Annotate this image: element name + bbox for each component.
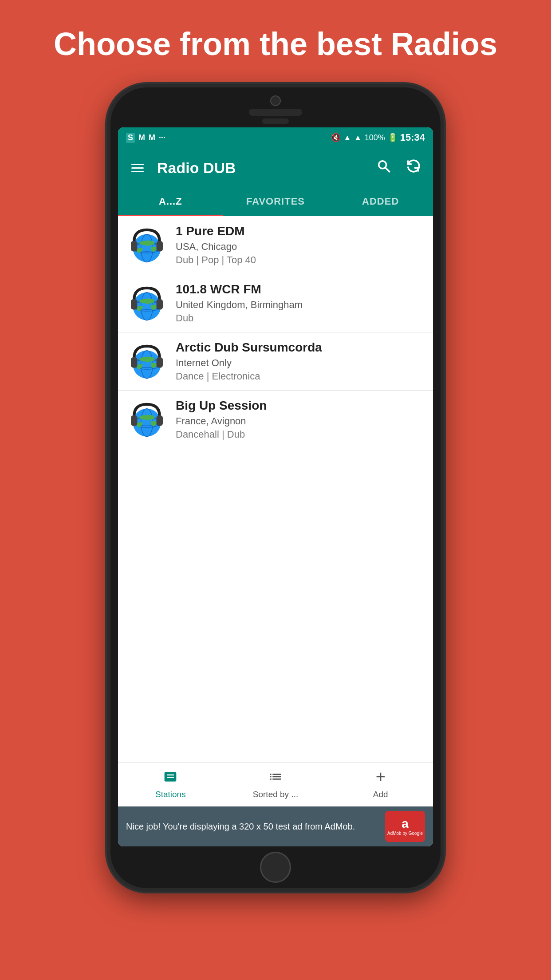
status-bar: S M M ··· 🔇 ▲ ▲ 100% 🔋 15:34 bbox=[118, 127, 433, 148]
station-location: United Kingdom, Birmingham bbox=[176, 299, 424, 311]
station-genre: Dancehall | Dub bbox=[176, 429, 424, 440]
wifi-icon: ▲ bbox=[343, 133, 351, 142]
battery-percent: 100% bbox=[365, 133, 385, 142]
svg-rect-16 bbox=[157, 357, 163, 368]
nav-add[interactable]: Add bbox=[328, 763, 433, 806]
bottom-nav: Stations Sorted by ... Add bbox=[118, 762, 433, 806]
tab-added[interactable]: ADDED bbox=[328, 188, 433, 216]
ad-logo: a AdMob by Google bbox=[385, 811, 425, 842]
svg-rect-10 bbox=[131, 299, 137, 309]
search-button[interactable] bbox=[373, 155, 395, 181]
status-left-icons: S M M ··· bbox=[126, 133, 165, 143]
station-location: Internet Only bbox=[176, 357, 424, 369]
station-name: Arctic Dub Sursumcorda bbox=[176, 340, 424, 355]
station-info: 1 Pure EDM USA, Chicago Dub | Pop | Top … bbox=[176, 224, 424, 266]
add-icon bbox=[374, 770, 388, 787]
front-camera bbox=[270, 95, 281, 106]
station-genre: Dub bbox=[176, 312, 424, 324]
station-location: France, Avignon bbox=[176, 415, 424, 427]
svg-rect-11 bbox=[157, 299, 163, 309]
station-location: USA, Chicago bbox=[176, 241, 424, 253]
station-item[interactable]: Big Up Session France, Avignon Dancehall… bbox=[118, 391, 433, 448]
app-bar-actions bbox=[373, 155, 424, 181]
station-logo bbox=[127, 399, 167, 439]
earpiece-speaker bbox=[249, 109, 302, 116]
app-bar: Radio DUB bbox=[118, 148, 433, 188]
menu-button[interactable] bbox=[127, 159, 148, 177]
station-logo bbox=[127, 283, 167, 323]
nav-stations[interactable]: Stations bbox=[118, 763, 223, 806]
station-logo bbox=[127, 225, 167, 265]
nav-sorted-label: Sorted by ... bbox=[253, 790, 298, 799]
station-info: Arctic Dub Sursumcorda Internet Only Dan… bbox=[176, 340, 424, 382]
svg-rect-20 bbox=[131, 415, 137, 426]
station-genre: Dance | Electronica bbox=[176, 371, 424, 382]
home-button[interactable] bbox=[260, 852, 291, 883]
battery-icon: 🔋 bbox=[388, 133, 398, 142]
station-name: 101.8 WCR FM bbox=[176, 282, 424, 296]
phone-screen: S M M ··· 🔇 ▲ ▲ 100% 🔋 15:34 Radio DUB bbox=[118, 127, 433, 846]
ad-text: Nice job! You're displaying a 320 x 50 t… bbox=[126, 820, 385, 833]
station-item[interactable]: 1 Pure EDM USA, Chicago Dub | Pop | Top … bbox=[118, 216, 433, 274]
phone-shell: S M M ··· 🔇 ▲ ▲ 100% 🔋 15:34 Radio DUB bbox=[107, 84, 444, 892]
sensor bbox=[262, 119, 289, 124]
ad-banner: Nice job! You're displaying a 320 x 50 t… bbox=[118, 806, 433, 846]
tab-az[interactable]: A...Z bbox=[118, 188, 223, 216]
status-time: 15:34 bbox=[400, 132, 425, 143]
station-list: 1 Pure EDM USA, Chicago Dub | Pop | Top … bbox=[118, 216, 433, 762]
station-info: 101.8 WCR FM United Kingdom, Birmingham … bbox=[176, 282, 424, 324]
refresh-button[interactable] bbox=[402, 155, 424, 181]
signal-icon: ▲ bbox=[354, 133, 362, 142]
sorted-icon bbox=[268, 770, 283, 787]
tabs-bar: A...Z FAVORITES ADDED bbox=[118, 188, 433, 216]
svg-rect-6 bbox=[157, 241, 163, 251]
nav-add-label: Add bbox=[373, 790, 388, 799]
station-genre: Dub | Pop | Top 40 bbox=[176, 254, 424, 266]
mute-icon: 🔇 bbox=[331, 133, 341, 142]
station-info: Big Up Session France, Avignon Dancehall… bbox=[176, 399, 424, 440]
svg-line-1 bbox=[386, 168, 390, 172]
station-logo bbox=[127, 341, 167, 381]
station-name: 1 Pure EDM bbox=[176, 224, 424, 238]
phone-top bbox=[110, 87, 441, 127]
station-item[interactable]: 101.8 WCR FM United Kingdom, Birmingham … bbox=[118, 274, 433, 332]
nav-stations-label: Stations bbox=[155, 790, 186, 799]
status-s-icon: S bbox=[126, 133, 135, 143]
station-item[interactable]: Arctic Dub Sursumcorda Internet Only Dan… bbox=[118, 332, 433, 391]
status-gmail-icon: M bbox=[138, 133, 145, 142]
nav-sorted[interactable]: Sorted by ... bbox=[223, 763, 328, 806]
page-headline: Choose from the best Radios bbox=[27, 27, 524, 62]
svg-rect-5 bbox=[131, 241, 137, 251]
status-gmail2-icon: M bbox=[149, 133, 155, 142]
status-right-icons: 🔇 ▲ ▲ 100% 🔋 15:34 bbox=[331, 132, 425, 143]
phone-bottom-bar bbox=[110, 846, 441, 888]
status-more-icon: ··· bbox=[159, 133, 165, 142]
svg-rect-15 bbox=[131, 357, 137, 368]
station-name: Big Up Session bbox=[176, 399, 424, 413]
svg-rect-21 bbox=[157, 415, 163, 426]
app-title: Radio DUB bbox=[157, 159, 373, 177]
tab-favorites[interactable]: FAVORITES bbox=[223, 188, 328, 216]
stations-icon bbox=[163, 770, 177, 787]
